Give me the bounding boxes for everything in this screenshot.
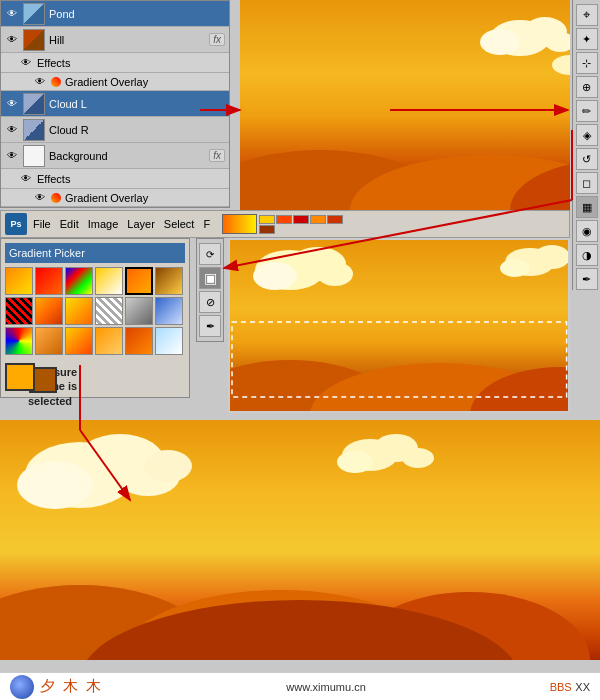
top-canvas	[240, 0, 570, 210]
foreground-color-box[interactable]	[5, 363, 35, 391]
watermark-xx: XX	[575, 681, 590, 693]
tool-history-brush[interactable]: ↺	[576, 148, 598, 170]
grad-cell-14[interactable]	[65, 327, 93, 355]
eye-icon-cloud-l[interactable]: 👁	[5, 97, 19, 111]
layer-name-effects-hill: Effects	[37, 57, 225, 69]
watermark-bbs: BBS	[550, 681, 572, 693]
eye-icon-pond[interactable]: 👁	[5, 7, 19, 21]
grad-cell-rainbow[interactable]	[65, 267, 93, 295]
svg-point-6	[480, 29, 520, 55]
menu-edit[interactable]: Edit	[57, 216, 82, 232]
menu-file[interactable]: File	[30, 216, 54, 232]
grad-cell-15[interactable]	[95, 327, 123, 355]
color-preset-3[interactable]	[293, 215, 309, 224]
grad-cell-6[interactable]	[155, 267, 183, 295]
eye-icon-hill[interactable]: 👁	[5, 33, 19, 47]
layer-row-cloud-r[interactable]: 👁 Cloud R	[1, 117, 229, 143]
eye-icon-go-hill[interactable]: 👁	[33, 75, 47, 89]
layer-name-go-hill: Gradient Overlay	[65, 76, 225, 88]
right-toolbar: ⌖ ✦ ⊹ ⊕ ✏ ◈ ↺ ◻ ▦ ◉ ◑ ✒	[572, 0, 600, 290]
layer-thumb-cloud-l	[23, 93, 45, 115]
gradient-grid	[5, 267, 185, 355]
tool-blur[interactable]: ◉	[576, 220, 598, 242]
mid-canvas	[228, 238, 570, 413]
color-preset-2[interactable]	[276, 215, 292, 224]
eye-icon-effects-hill[interactable]: 👁	[19, 56, 33, 70]
grad-cell-1[interactable]	[5, 267, 33, 295]
eye-icon-cloud-r[interactable]: 👁	[5, 123, 19, 137]
grad-cell-9[interactable]	[65, 297, 93, 325]
grad-cell-chrome[interactable]	[125, 297, 153, 325]
fx-badge-bg: fx	[209, 149, 225, 162]
grad-cell-17[interactable]	[155, 327, 183, 355]
color-preset-5[interactable]	[327, 215, 343, 224]
tool-lasso[interactable]: ⌖	[576, 4, 598, 26]
menu-image[interactable]: Image	[85, 216, 122, 232]
mini-tool-1[interactable]: ⟳	[199, 243, 221, 265]
watermark-bar: 夕 木 木 www.ximumu.cn BBS XX	[0, 672, 600, 700]
grad-cell-selected[interactable]	[125, 267, 153, 295]
layer-row-cloud-l[interactable]: 👁 Cloud L	[1, 91, 229, 117]
tool-eraser[interactable]: ◻	[576, 172, 598, 194]
gradient-preview-swatch[interactable]	[222, 214, 257, 234]
menu-filter[interactable]: F	[200, 216, 213, 232]
gradient-icon-bg	[51, 193, 61, 203]
grad-cell-checker-g[interactable]	[95, 297, 123, 325]
grad-cell-conic[interactable]	[5, 327, 33, 355]
grad-cell-checker-r[interactable]	[5, 297, 33, 325]
tool-gradient[interactable]: ▦	[576, 196, 598, 218]
layer-row-gradient-overlay-bg: 👁 Gradient Overlay	[1, 189, 229, 207]
bottom-canvas-svg	[0, 420, 600, 660]
left-mini-tools: ⟳ ▣ ⊘ ✒	[196, 238, 224, 342]
layer-thumb-background	[23, 145, 45, 167]
mini-tool-pen2[interactable]: ✒	[199, 315, 221, 337]
svg-point-14	[317, 262, 353, 286]
mini-tool-dropper[interactable]: ⊘	[199, 291, 221, 313]
tool-brush[interactable]: ✏	[576, 100, 598, 122]
ps-logo: Ps	[5, 213, 27, 235]
menu-select[interactable]: Select	[161, 216, 198, 232]
layer-thumb-cloud-r	[23, 119, 45, 141]
svg-point-17	[500, 259, 530, 277]
watermark-url: www.ximumu.cn	[286, 681, 365, 693]
layer-row-hill[interactable]: 👁 Hill fx	[1, 27, 229, 53]
layer-name-hill: Hill	[49, 34, 205, 46]
tool-magic-wand[interactable]: ✦	[576, 28, 598, 50]
bottom-canvas	[0, 420, 600, 660]
svg-point-31	[402, 448, 434, 468]
layer-name-pond: Pond	[49, 8, 225, 20]
svg-point-27	[144, 450, 192, 482]
color-preset-6[interactable]	[259, 225, 275, 234]
grad-cell-2[interactable]	[35, 267, 63, 295]
svg-point-25	[17, 461, 93, 509]
grad-cell-blue[interactable]	[155, 297, 183, 325]
menu-layer[interactable]: Layer	[124, 216, 158, 232]
layer-row-background[interactable]: 👁 Background fx	[1, 143, 229, 169]
layers-panel: 👁 Pond 👁 Hill fx 👁 Effects 👁 Gradient Ov…	[0, 0, 230, 208]
gradient-picker-title: Gradient Picker	[9, 247, 85, 259]
mini-tool-fill[interactable]: ▣	[199, 267, 221, 289]
grad-cell-4[interactable]	[95, 267, 123, 295]
svg-point-30	[337, 451, 373, 473]
tool-dodge[interactable]: ◑	[576, 244, 598, 266]
tool-stamp[interactable]: ◈	[576, 124, 598, 146]
tool-heal[interactable]: ⊕	[576, 76, 598, 98]
grad-cell-13[interactable]	[35, 327, 63, 355]
layer-row-gradient-overlay-hill: 👁 Gradient Overlay	[1, 73, 229, 91]
tool-pen[interactable]: ✒	[576, 268, 598, 290]
eye-icon-go-bg[interactable]: 👁	[33, 191, 47, 205]
color-preset-4[interactable]	[310, 215, 326, 224]
mid-canvas-svg	[230, 240, 568, 411]
layer-name-cloud-l: Cloud L	[49, 98, 225, 110]
top-canvas-svg	[240, 0, 570, 210]
layer-row-pond[interactable]: 👁 Pond	[1, 1, 229, 27]
eye-icon-effects-bg[interactable]: 👁	[19, 172, 33, 186]
layer-row-effects-bg: 👁 Effects	[1, 169, 229, 189]
tool-color-presets	[259, 215, 355, 234]
eye-icon-background[interactable]: 👁	[5, 149, 19, 163]
grad-cell-16[interactable]	[125, 327, 153, 355]
grad-cell-8[interactable]	[35, 297, 63, 325]
color-preset-1[interactable]	[259, 215, 275, 224]
layer-name-cloud-r: Cloud R	[49, 124, 225, 136]
tool-crop[interactable]: ⊹	[576, 52, 598, 74]
